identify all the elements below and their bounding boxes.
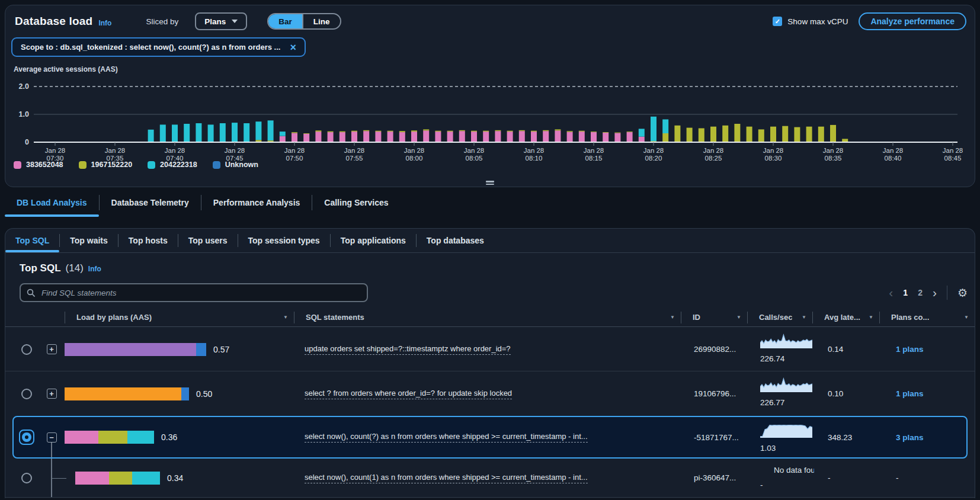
- sql-table-row-1[interactable]: +0.57update orders set shipped=?::timest…: [5, 328, 975, 371]
- column-header-plans-co[interactable]: Plans co...▼: [879, 311, 975, 324]
- page-numbers: 12: [903, 288, 923, 297]
- row-expand-cell: +: [39, 371, 65, 416]
- column-header-calls-sec[interactable]: Calls/sec▼: [747, 311, 812, 324]
- calls-per-sec-cell: 1.03: [747, 417, 812, 457]
- calls-sparkline: [760, 422, 812, 438]
- expand-icon[interactable]: +: [47, 389, 57, 399]
- sql-statement-link[interactable]: select now(), count(1) as n from orders …: [305, 473, 588, 483]
- close-icon[interactable]: ×: [290, 42, 296, 53]
- subtab-top-waits[interactable]: Top waits: [60, 229, 118, 252]
- subtab-top-sql[interactable]: Top SQL: [5, 229, 59, 252]
- tab-calling-services[interactable]: Calling Services: [312, 188, 400, 217]
- subtab-top-applications[interactable]: Top applications: [331, 229, 416, 252]
- analyze-performance-button[interactable]: Analyze performance: [859, 12, 966, 30]
- subtab-top-users[interactable]: Top users: [178, 229, 238, 252]
- legend-item-204222318[interactable]: 204222318: [148, 161, 197, 169]
- sql-table-row-2[interactable]: +0.50select ? from orders where order_id…: [5, 371, 975, 416]
- load-value: 0.34: [167, 473, 183, 483]
- radio-unselected[interactable]: [21, 344, 32, 355]
- svg-text:1.0: 1.0: [19, 110, 29, 118]
- plans-count-link[interactable]: 1 plans: [896, 345, 924, 354]
- tab-db-load-analysis[interactable]: DB Load Analysis: [5, 188, 99, 217]
- plans-count-link[interactable]: 3 plans: [896, 433, 924, 442]
- plans-count-cell: 3 plans: [879, 417, 966, 457]
- legend-swatch: [213, 161, 220, 169]
- subtab-top-session-types[interactable]: Top session types: [238, 229, 330, 252]
- next-page-icon[interactable]: ›: [933, 286, 937, 300]
- subtab-top-databases[interactable]: Top databases: [417, 229, 494, 252]
- page-2[interactable]: 2: [918, 288, 923, 297]
- sort-filter-icon[interactable]: ▼: [869, 315, 873, 320]
- svg-text:Jan 28: Jan 28: [404, 147, 425, 154]
- resize-handle[interactable]: [5, 181, 975, 185]
- plans-count-cell: 1 plans: [879, 328, 975, 371]
- sql-search-box: [20, 283, 368, 302]
- radio-unselected[interactable]: [21, 389, 32, 399]
- sql-statement-link[interactable]: update orders set shipped=?::timestamptz…: [305, 344, 511, 355]
- calls-sparkline: [760, 377, 812, 392]
- svg-text:Jan 28: Jan 28: [823, 147, 844, 154]
- svg-text:08:00: 08:00: [406, 155, 423, 162]
- svg-text:08:30: 08:30: [765, 155, 782, 162]
- avg-latency-cell: 0.10: [812, 371, 879, 416]
- svg-text:08:25: 08:25: [705, 155, 722, 162]
- sort-filter-icon[interactable]: ▼: [802, 315, 806, 320]
- search-input[interactable]: [40, 288, 361, 298]
- gear-icon[interactable]: ⚙: [957, 287, 968, 299]
- collapse-icon[interactable]: −: [47, 432, 57, 443]
- svg-text:Jan 28: Jan 28: [284, 147, 305, 154]
- legend-swatch: [148, 161, 155, 169]
- sql-table-row-4[interactable]: 0.34select now(), count(1) as n from ord…: [5, 459, 975, 498]
- top-sql-header: Top SQL (14) Info: [20, 262, 101, 274]
- database-load-info-link[interactable]: Info: [98, 19, 111, 27]
- sort-filter-icon[interactable]: ▼: [964, 315, 969, 320]
- top-sql-panel: Top SQLTop waitsTop hostsTop usersTop se…: [5, 228, 975, 498]
- page-1[interactable]: 1: [903, 288, 908, 297]
- sort-filter-icon[interactable]: ▼: [736, 315, 741, 320]
- dimension-tabs: Top SQLTop waitsTop hostsTop usersTop se…: [5, 229, 975, 253]
- column-header-load-by-plans-aas[interactable]: Load by plans (AAS)▼: [65, 311, 294, 324]
- legend-item-unknown[interactable]: Unknown: [213, 161, 258, 169]
- sort-filter-icon[interactable]: ▼: [670, 315, 675, 320]
- svg-text:08:10: 08:10: [526, 155, 543, 162]
- legend-item-383652048[interactable]: 383652048: [14, 161, 63, 169]
- slice-dropdown[interactable]: Plans: [195, 12, 247, 30]
- sql-id-cell: pi-360647...: [681, 459, 747, 497]
- show-max-vcpu-checkbox[interactable]: ✓ Show max vCPU: [773, 17, 848, 26]
- svg-text:08:05: 08:05: [466, 155, 483, 162]
- sql-statement-link[interactable]: select ? from orders where order_id=? fo…: [305, 389, 512, 399]
- expand-icon[interactable]: +: [47, 344, 57, 354]
- tab-database-telemetry[interactable]: Database Telemetry: [100, 188, 201, 217]
- tree-connector: [51, 443, 52, 457]
- row-select-cell: [15, 371, 39, 416]
- bar-toggle-button[interactable]: Bar: [268, 14, 302, 28]
- column-header-avg-late[interactable]: Avg late...▼: [812, 311, 879, 324]
- svg-text:07:55: 07:55: [346, 155, 363, 162]
- slice-dropdown-value: Plans: [204, 17, 226, 26]
- row-expand-cell: +: [39, 328, 65, 371]
- line-toggle-button[interactable]: Line: [302, 14, 340, 28]
- plans-count-link[interactable]: 1 plans: [896, 389, 924, 398]
- sql-id-cell: 19106796...: [681, 371, 747, 416]
- tab-performance-analysis[interactable]: Performance Analysis: [201, 188, 312, 217]
- database-load-panel: Database load Info Sliced by Plans Bar L…: [5, 5, 975, 187]
- previous-page-icon[interactable]: ‹: [889, 286, 893, 300]
- aas-chart[interactable]: 2.01.00Jan 2807:30Jan 2807:35Jan 2807:40…: [5, 75, 976, 164]
- column-header-label: Calls/sec: [759, 313, 792, 322]
- svg-text:08:40: 08:40: [885, 155, 902, 162]
- calls-per-sec-value: -: [760, 480, 763, 489]
- column-header-sql-statements[interactable]: SQL statements▼: [294, 311, 681, 324]
- sql-table-row-3[interactable]: −0.36select now(), count(?) as n from or…: [12, 416, 968, 459]
- sort-filter-icon[interactable]: ▼: [283, 315, 288, 320]
- svg-text:Jan 28: Jan 28: [643, 147, 664, 154]
- subtab-top-hosts[interactable]: Top hosts: [119, 229, 178, 252]
- load-bar: [65, 431, 154, 444]
- radio-unselected[interactable]: [21, 473, 32, 483]
- column-header-id[interactable]: ID▼: [681, 311, 747, 324]
- radio-selected[interactable]: [19, 430, 34, 445]
- sql-statement-link[interactable]: select now(), count(?) as n from orders …: [305, 432, 588, 443]
- legend-item-1967152220[interactable]: 1967152220: [79, 161, 133, 169]
- top-sql-info-link[interactable]: Info: [88, 265, 101, 273]
- calls-per-sec-cell: 226.74: [747, 328, 812, 371]
- avg-latency-cell: 348.23: [812, 417, 879, 457]
